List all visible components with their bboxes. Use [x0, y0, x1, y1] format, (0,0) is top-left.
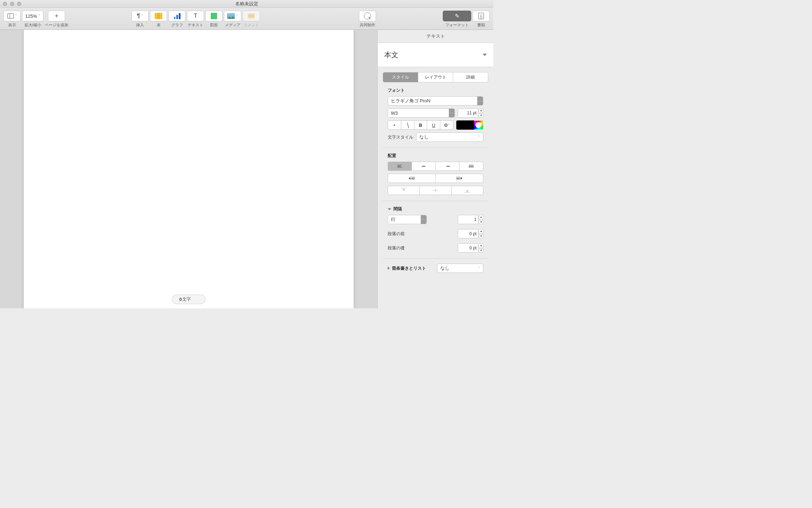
- word-count-unit: 文字: [182, 296, 191, 302]
- word-count-pill[interactable]: 0文字: [172, 294, 206, 304]
- comment-label: コメント: [243, 22, 259, 28]
- indent-button[interactable]: [436, 174, 483, 183]
- align-justify-button[interactable]: [459, 162, 483, 171]
- close-icon[interactable]: [3, 2, 7, 6]
- tab-style[interactable]: スタイル: [383, 72, 418, 82]
- space-before-input[interactable]: 0 pt: [458, 229, 478, 238]
- comment-icon: [248, 13, 255, 18]
- space-after-stepper[interactable]: [479, 243, 483, 253]
- font-weight-select[interactable]: W3: [388, 108, 455, 118]
- text-button[interactable]: T: [187, 11, 204, 21]
- zoom-label: 拡大/縮小: [25, 22, 41, 28]
- minimize-icon[interactable]: [10, 2, 14, 6]
- stepper-icon: [449, 109, 455, 117]
- indent-icon: [456, 177, 462, 180]
- chevron-down-icon: ˅: [236, 14, 238, 18]
- tab-layout[interactable]: レイアウト: [418, 72, 453, 82]
- zoom-button[interactable]: 125%˅: [22, 11, 43, 21]
- line-spacing-mode-select[interactable]: 行: [388, 215, 427, 224]
- disclosure-triangle-icon: [388, 266, 390, 270]
- table-label: 表: [157, 22, 161, 28]
- media-button[interactable]: ˅: [224, 11, 241, 21]
- document-button[interactable]: [473, 11, 490, 21]
- color-swatch-black: [456, 120, 474, 130]
- chevron-down-icon: ˅: [141, 14, 143, 18]
- align-center-icon: [421, 165, 426, 168]
- inspector-header: テキスト: [378, 30, 493, 43]
- dot-button[interactable]: •: [388, 121, 401, 129]
- window-title: 名称未設定: [235, 1, 258, 7]
- collaborate-button[interactable]: [359, 11, 376, 21]
- zoom-value: 125%: [25, 13, 37, 19]
- shape-icon: [211, 13, 217, 19]
- spacing-heading: 間隔: [393, 206, 402, 212]
- alignment-section: 配置: [383, 148, 488, 201]
- font-family-select[interactable]: ヒラギノ角ゴ ProN: [388, 96, 483, 106]
- font-size-stepper[interactable]: [479, 108, 483, 118]
- view-button[interactable]: ˅: [4, 11, 21, 21]
- shape-button[interactable]: [205, 11, 222, 21]
- space-before-label: 段落の前: [388, 231, 455, 237]
- insert-button[interactable]: ¶˅: [131, 11, 149, 21]
- chart-button[interactable]: [168, 11, 185, 21]
- disclosure-triangle-icon: [388, 208, 391, 210]
- text-label: テキスト: [188, 22, 203, 28]
- align-right-button[interactable]: [436, 162, 459, 171]
- font-family-value: ヒラギノ角ゴ ProN: [391, 98, 430, 104]
- font-section: フォント ヒラギノ角ゴ ProN W3 11 pt •: [383, 82, 488, 148]
- comment-button[interactable]: [243, 11, 260, 21]
- line-spacing-stepper[interactable]: [479, 215, 483, 224]
- shape-label: 図形: [210, 22, 218, 28]
- spacing-heading-toggle[interactable]: 間隔: [388, 206, 483, 212]
- bullets-heading-toggle[interactable]: 箇条書きとリスト: [388, 265, 434, 271]
- valign-middle-button[interactable]: [420, 186, 451, 195]
- zoom-icon[interactable]: [17, 2, 21, 6]
- space-before-stepper[interactable]: [479, 229, 483, 238]
- font-heading: フォント: [388, 87, 483, 93]
- space-before-value: 0 pt: [469, 231, 477, 236]
- add-page-button[interactable]: +: [48, 11, 65, 21]
- valign-top-button[interactable]: [388, 186, 420, 195]
- space-after-label: 段落の後: [388, 245, 455, 251]
- align-center-button[interactable]: [412, 162, 436, 171]
- char-style-select[interactable]: なし ˅: [416, 133, 483, 142]
- chevron-down-icon: ˅: [478, 135, 480, 139]
- add-page-label: ページを追加: [45, 22, 68, 28]
- bullets-select[interactable]: なし ˅: [437, 264, 483, 273]
- bullets-section: 箇条書きとリスト なし ˅: [383, 259, 488, 279]
- chevron-down-icon: ˅: [38, 14, 40, 18]
- alignment-heading: 配置: [388, 153, 483, 159]
- document-page[interactable]: [24, 30, 354, 308]
- font-size-input[interactable]: 11 pt: [458, 108, 478, 118]
- table-button[interactable]: [150, 11, 167, 21]
- indent-group: [388, 174, 483, 183]
- space-after-input[interactable]: 0 pt: [458, 243, 478, 253]
- bold-button[interactable]: B: [414, 121, 427, 129]
- line-spacing-input[interactable]: 1: [458, 215, 478, 224]
- chart-icon: [174, 13, 181, 19]
- plus-icon: +: [55, 12, 59, 20]
- collaborate-label: 共同制作: [360, 22, 375, 28]
- align-left-icon: [397, 165, 402, 168]
- chart-label: グラフ: [171, 22, 183, 28]
- format-button[interactable]: ✎: [443, 11, 471, 21]
- line-spacing-value: 1: [474, 217, 477, 222]
- view-label: 表示: [8, 22, 16, 28]
- titlebar: 名称未設定: [0, 0, 493, 8]
- stepper-icon: [421, 215, 426, 224]
- paragraph-style-selector[interactable]: 本文: [378, 43, 493, 67]
- align-left-button[interactable]: [388, 162, 412, 171]
- view-icon: [7, 13, 14, 18]
- main-area: 0文字 テキスト 本文 スタイル レイアウト 詳細 フォント ヒラギノ角ゴ Pr…: [0, 30, 493, 308]
- valign-bottom-button[interactable]: [452, 186, 483, 195]
- strike-button[interactable]: ╲: [401, 121, 414, 129]
- valign-top-icon: [401, 188, 407, 193]
- font-options-button[interactable]: ⚙︎˅: [440, 121, 453, 129]
- text-color-picker[interactable]: [456, 120, 483, 130]
- outdent-button[interactable]: [388, 174, 436, 183]
- underline-button[interactable]: U: [427, 121, 440, 129]
- canvas[interactable]: 0文字: [0, 30, 377, 308]
- tab-details[interactable]: 詳細: [453, 72, 488, 82]
- inspector-panel: テキスト 本文 スタイル レイアウト 詳細 フォント ヒラギノ角ゴ ProN W…: [377, 30, 493, 308]
- chevron-down-icon: ˅: [15, 14, 17, 18]
